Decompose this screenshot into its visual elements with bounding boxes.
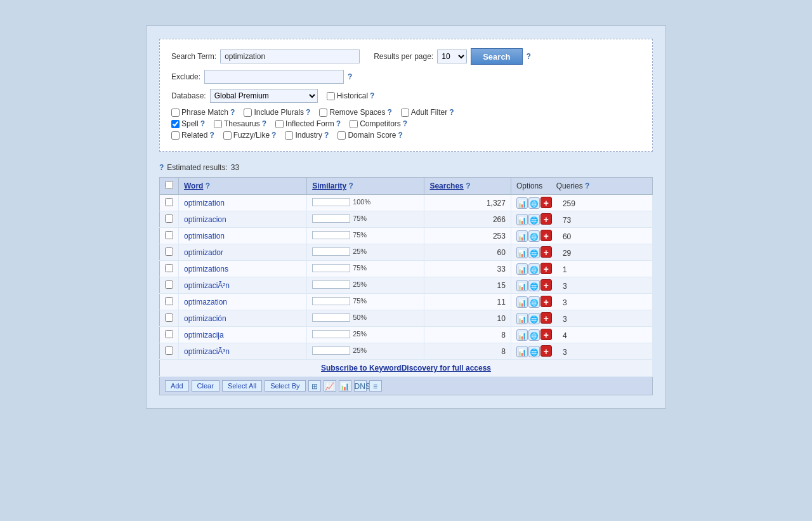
row-checkbox[interactable]	[165, 198, 173, 206]
globe-option-icon[interactable]: 🌐	[528, 329, 540, 341]
chart-icon[interactable]: 📈	[324, 380, 336, 392]
export-icon[interactable]: 📊	[339, 380, 351, 392]
globe-option-icon[interactable]: 🌐	[528, 230, 540, 242]
add-option-icon[interactable]: +	[540, 312, 552, 324]
list-icon[interactable]: ≡	[369, 380, 382, 392]
industry-help-icon[interactable]: ?	[324, 131, 329, 140]
adult-filter-help-icon[interactable]: ?	[449, 108, 454, 117]
chart-option-icon[interactable]: 📊	[516, 247, 528, 258]
word-help-icon[interactable]: ?	[206, 181, 210, 190]
word-link[interactable]: optimizaciÃ³n	[184, 347, 230, 356]
add-option-icon[interactable]: +	[540, 329, 552, 340]
word-link[interactable]: optimización	[184, 314, 226, 323]
globe-option-icon[interactable]: 🌐	[528, 313, 540, 324]
chart-option-icon[interactable]: 📊	[516, 346, 528, 357]
add-option-icon[interactable]: +	[540, 197, 552, 208]
search-help-icon[interactable]: ?	[527, 52, 531, 61]
inflected-form-checkbox[interactable]	[275, 120, 284, 128]
row-checkbox[interactable]	[165, 264, 173, 272]
phrase-match-help-icon[interactable]: ?	[230, 108, 235, 117]
globe-option-icon[interactable]: 🌐	[528, 280, 540, 291]
remove-spaces-help-icon[interactable]: ?	[388, 108, 392, 117]
phrase-match-checkbox[interactable]	[171, 109, 180, 117]
add-option-icon[interactable]: +	[540, 279, 552, 291]
add-option-icon[interactable]: +	[540, 246, 552, 258]
historical-checkbox[interactable]	[327, 92, 335, 100]
spell-help-icon[interactable]: ?	[200, 119, 205, 128]
globe-option-icon[interactable]: 🌐	[528, 263, 540, 275]
row-checkbox[interactable]	[165, 214, 173, 223]
table-icon[interactable]: ⊞	[308, 380, 321, 392]
add-option-icon[interactable]: +	[540, 213, 552, 225]
exclude-input[interactable]	[204, 70, 344, 84]
word-sort-link[interactable]: Word	[184, 181, 203, 190]
add-option-icon[interactable]: +	[540, 263, 552, 274]
chart-option-icon[interactable]: 📊	[516, 230, 528, 242]
thesaurus-help-icon[interactable]: ?	[262, 119, 266, 128]
related-checkbox[interactable]	[171, 131, 180, 140]
row-checkbox[interactable]	[165, 280, 173, 289]
chart-option-icon[interactable]: 📊	[516, 214, 528, 225]
search-button[interactable]: Search	[471, 48, 522, 65]
word-link[interactable]: optimizador	[184, 248, 223, 257]
clear-button[interactable]: Clear	[192, 380, 219, 392]
spell-checkbox[interactable]	[171, 120, 180, 128]
domain-score-help-icon[interactable]: ?	[398, 131, 402, 140]
word-link[interactable]: optimazation	[184, 298, 227, 307]
competitors-checkbox[interactable]	[350, 120, 358, 128]
fuzzy-like-checkbox[interactable]	[223, 131, 232, 140]
similarity-help-icon[interactable]: ?	[349, 181, 353, 190]
row-checkbox[interactable]	[165, 313, 173, 322]
word-link[interactable]: optimisation	[184, 232, 225, 241]
select-all-button[interactable]: Select All	[222, 380, 262, 392]
word-link[interactable]: optimizacion	[184, 215, 226, 224]
include-plurals-checkbox[interactable]	[244, 109, 252, 117]
queries-help-icon[interactable]: ?	[585, 181, 589, 190]
word-link[interactable]: optimization	[184, 199, 225, 208]
database-select[interactable]: Global Premium US English UK English	[210, 89, 318, 103]
searches-sort-link[interactable]: Searches	[429, 181, 463, 190]
inflected-form-help-icon[interactable]: ?	[336, 119, 341, 128]
row-checkbox[interactable]	[165, 330, 173, 338]
word-link[interactable]: optimizacija	[184, 331, 224, 340]
globe-option-icon[interactable]: 🌐	[528, 197, 540, 209]
include-plurals-help-icon[interactable]: ?	[306, 108, 310, 117]
add-option-icon[interactable]: +	[540, 345, 552, 357]
chart-option-icon[interactable]: 📊	[516, 313, 528, 324]
similarity-sort-link[interactable]: Similarity	[312, 181, 346, 190]
row-checkbox[interactable]	[165, 346, 173, 355]
results-help-icon[interactable]: ?	[159, 163, 164, 172]
searches-help-icon[interactable]: ?	[466, 181, 470, 190]
search-term-input[interactable]	[220, 49, 360, 63]
word-link[interactable]: optimizations	[184, 265, 228, 274]
add-button[interactable]: Add	[165, 380, 189, 392]
chart-option-icon[interactable]: 📊	[516, 263, 528, 275]
fuzzy-like-help-icon[interactable]: ?	[272, 131, 276, 140]
row-checkbox[interactable]	[165, 247, 173, 256]
subscribe-link[interactable]: Subscribe to KeywordDiscovery for full a…	[321, 364, 491, 373]
domain-score-checkbox[interactable]	[337, 131, 346, 140]
row-checkbox[interactable]	[165, 231, 173, 239]
globe-option-icon[interactable]: 🌐	[528, 214, 540, 225]
adult-filter-checkbox[interactable]	[401, 109, 409, 117]
word-link[interactable]: optimizaciÃ²n	[184, 281, 230, 290]
results-per-page-select[interactable]: 10 20 50 100	[437, 49, 467, 63]
add-option-icon[interactable]: +	[540, 296, 552, 307]
globe-option-icon[interactable]: 🌐	[528, 346, 540, 357]
thesaurus-checkbox[interactable]	[214, 120, 222, 128]
chart-option-icon[interactable]: 📊	[516, 329, 528, 341]
chart-option-icon[interactable]: 📊	[516, 197, 528, 209]
select-by-button[interactable]: Select By	[265, 380, 305, 392]
exclude-help-icon[interactable]: ?	[348, 72, 352, 81]
competitors-help-icon[interactable]: ?	[403, 119, 407, 128]
related-help-icon[interactable]: ?	[209, 131, 214, 140]
chart-option-icon[interactable]: 📊	[516, 280, 528, 291]
select-all-checkbox[interactable]	[165, 181, 173, 189]
row-checkbox[interactable]	[165, 297, 173, 305]
dns-icon[interactable]: DNS	[354, 380, 367, 392]
remove-spaces-checkbox[interactable]	[319, 109, 327, 117]
add-option-icon[interactable]: +	[540, 230, 552, 241]
chart-option-icon[interactable]: 📊	[516, 296, 528, 308]
globe-option-icon[interactable]: 🌐	[528, 296, 540, 308]
historical-help-icon[interactable]: ?	[370, 91, 374, 100]
